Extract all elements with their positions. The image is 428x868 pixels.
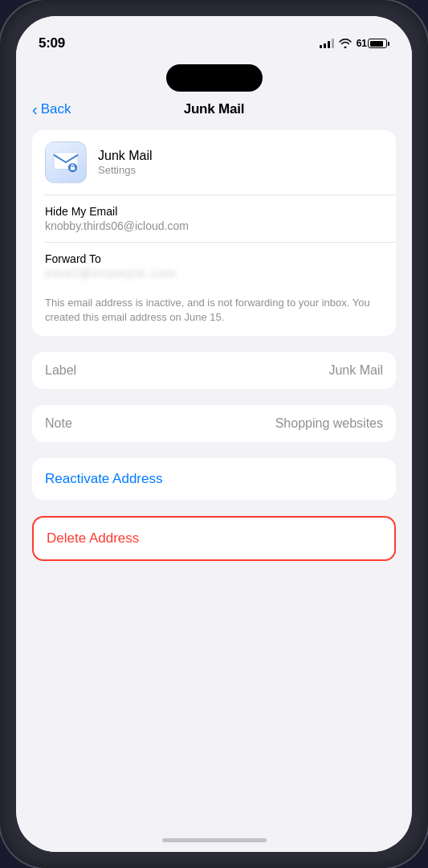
app-text: Junk Mail Settings (98, 149, 153, 176)
label-row[interactable]: Label Junk Mail (32, 352, 396, 389)
label-key: Label (45, 363, 76, 378)
app-icon (45, 141, 87, 183)
forward-to-row: Forward To email@example.com (32, 243, 396, 289)
reactivate-card: Reactivate Address (32, 458, 396, 500)
status-time: 5:09 (39, 35, 65, 51)
phone-screen: 5:09 61 (16, 16, 412, 852)
label-value: Junk Mail (328, 363, 383, 378)
forward-to-value: email@example.com (45, 267, 383, 280)
delete-card: Delete Address (32, 516, 396, 561)
note-key: Note (45, 416, 72, 431)
label-card: Label Junk Mail (32, 352, 396, 389)
note-card: Note Shopping websites (32, 405, 396, 442)
back-button[interactable]: ‹ Back (32, 101, 71, 117)
phone-frame: 5:09 61 (0, 0, 428, 868)
content-area: Junk Mail Settings Hide My Email knobby.… (16, 124, 412, 828)
chevron-left-icon: ‹ (32, 101, 38, 117)
status-bar: 5:09 61 (16, 16, 412, 59)
signal-icon (320, 39, 334, 48)
battery-label: 61 (357, 38, 367, 49)
dynamic-island (166, 64, 263, 92)
app-info-card: Junk Mail Settings Hide My Email knobby.… (32, 130, 396, 336)
hide-my-email-row: Hide My Email knobby.thirds06@icloud.com (32, 195, 396, 242)
svg-rect-2 (71, 167, 75, 170)
wifi-icon (339, 39, 352, 48)
reactivate-row[interactable]: Reactivate Address (32, 458, 396, 500)
nav-bar: ‹ Back Junk Mail (16, 92, 412, 124)
mail-icon (53, 149, 79, 175)
nav-title: Junk Mail (184, 101, 245, 117)
hide-my-email-label: Hide My Email (45, 205, 383, 218)
note-value: Shopping websites (275, 416, 383, 431)
app-subtitle: Settings (98, 164, 153, 176)
hide-my-email-value: knobby.thirds06@icloud.com (45, 219, 383, 232)
delete-row[interactable]: Delete Address (34, 518, 394, 559)
description-text: This email address is inactive, and is n… (32, 289, 396, 336)
forward-to-label: Forward To (45, 252, 383, 265)
battery-icon: 61 (357, 38, 389, 49)
app-name: Junk Mail (98, 149, 153, 163)
home-bar (162, 838, 267, 842)
app-info-row: Junk Mail Settings (32, 130, 396, 194)
reactivate-label: Reactivate Address (45, 471, 162, 486)
back-label: Back (41, 101, 71, 117)
delete-label: Delete Address (47, 530, 139, 546)
status-icons: 61 (320, 38, 389, 49)
home-indicator (16, 828, 412, 852)
note-row[interactable]: Note Shopping websites (32, 405, 396, 442)
